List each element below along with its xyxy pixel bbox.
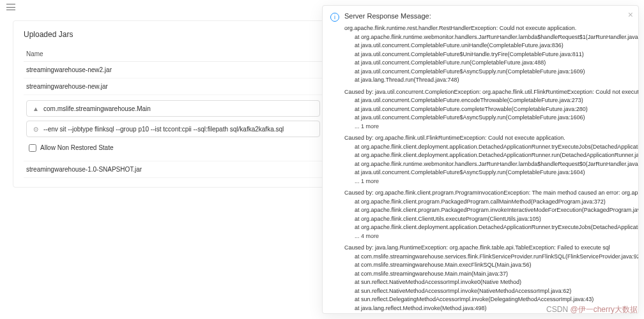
trace-at: at java.lang.Thread.run(Thread.java:748) — [344, 76, 631, 85]
allow-non-restored-label: Allow Non Restored State — [40, 144, 114, 151]
trace-at: at java.util.concurrent.CompletableFutur… — [344, 168, 631, 177]
trace-caused: Caused by: java.util.concurrent.Completi… — [344, 88, 631, 97]
trace-at: at org.apache.flink.client.deployment.ap… — [344, 223, 631, 232]
trace-at: at com.mslife.streamingwarehouse.Main.ma… — [344, 270, 631, 279]
trace-at: at com.mslife.streamingwarehouse.Main.ex… — [344, 261, 631, 270]
close-icon[interactable]: × — [628, 10, 633, 20]
args-input[interactable] — [43, 126, 314, 133]
trace-at: at org.apache.flink.client.deployment.ap… — [344, 143, 631, 152]
args-field[interactable]: ⊙ — [26, 121, 320, 137]
trace-at: at java.util.concurrent.CompletableFutur… — [344, 114, 631, 122]
trace-caused: Caused by: org.apache.flink.util.FlinkRu… — [344, 134, 631, 143]
entry-class-input[interactable] — [43, 105, 314, 112]
trace-at: at org.apache.flink.runtime.webmonitor.h… — [344, 33, 631, 42]
trace-more: ... 4 more — [344, 232, 631, 241]
trace-at: at org.apache.flink.client.program.Packa… — [344, 198, 631, 207]
trace-at: at java.util.concurrent.CompletableFutur… — [344, 41, 631, 50]
menu-toggle-icon[interactable] — [6, 4, 15, 10]
entry-class-field[interactable]: ▲ — [26, 100, 320, 117]
trace-at: at org.apache.flink.client.deployment.ap… — [344, 151, 631, 160]
server-response-modal: × i Server Response Message: org.apache.… — [322, 5, 639, 314]
trace-at: at org.apache.flink.client.ClientUtils.e… — [344, 215, 631, 224]
trace-at: at org.apache.flink.runtime.webmonitor.h… — [344, 160, 631, 169]
trace-head: org.apache.flink.runtime.rest.handler.Re… — [344, 24, 631, 33]
trace-at: at java.util.concurrent.CompletableFutur… — [344, 68, 631, 77]
trace-at: at org.apache.flink.client.program.Packa… — [344, 206, 631, 215]
entry-class-icon: ▲ — [32, 105, 40, 112]
modal-title: Server Response Message: — [344, 12, 431, 20]
trace-at: at sun.reflect.DelegatingMethodAccessorI… — [344, 295, 631, 304]
modal-body: org.apache.flink.runtime.rest.handler.Re… — [323, 22, 638, 314]
info-icon: i — [330, 13, 339, 22]
trace-at: at java.util.concurrent.CompletableFutur… — [344, 50, 631, 59]
trace-at: at java.util.concurrent.CompletableFutur… — [344, 96, 631, 105]
trace-more: ... 1 more — [344, 122, 631, 131]
watermark: CSDN @伊一cherry大数据 — [546, 304, 638, 315]
trace-at: at com.mslife.streamingwarehouse.service… — [344, 253, 631, 262]
trace-at: at java.util.concurrent.CompletableFutur… — [344, 105, 631, 114]
trace-more: ... 1 more — [344, 177, 631, 186]
trace-at: at java.util.concurrent.CompletableFutur… — [344, 59, 631, 68]
trace-at: at sun.reflect.NativeMethodAccessorImpl.… — [344, 278, 631, 287]
trace-at: at sun.reflect.NativeMethodAccessorImpl.… — [344, 287, 631, 296]
args-icon: ⊙ — [32, 126, 40, 133]
allow-non-restored-checkbox[interactable] — [29, 144, 36, 152]
trace-caused: Caused by: java.lang.RuntimeException: o… — [344, 244, 631, 253]
trace-caused: Caused by: org.apache.flink.client.progr… — [344, 189, 631, 198]
